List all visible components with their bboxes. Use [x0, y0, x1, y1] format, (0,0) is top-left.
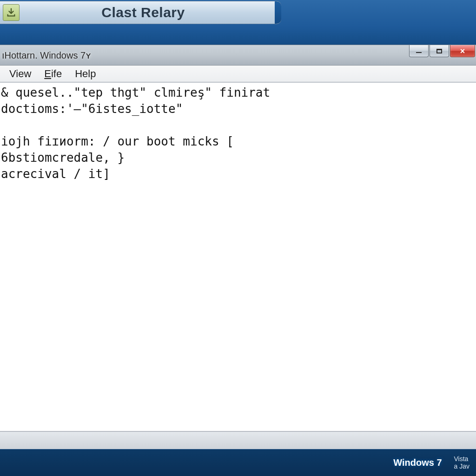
menu-bar: View Eife Help [0, 66, 476, 82]
download-icon [3, 4, 20, 21]
maximize-button[interactable] [430, 45, 449, 57]
tray-line2: a Jav [454, 463, 469, 470]
window-titlebar[interactable]: ıHottarn. Windows 7ʏ × [0, 45, 476, 66]
menu-view[interactable]: View [3, 67, 38, 81]
editor-viewport[interactable]: & quesel.."tep thgt" clmireş" finirat do… [0, 82, 476, 431]
window-statusbar [0, 431, 476, 449]
tab-title: Clast Relary [20, 5, 281, 20]
browser-tab[interactable]: Clast Relary [0, 1, 281, 24]
editor-content[interactable]: & quesel.."tep thgt" clmireş" finirat do… [0, 83, 476, 185]
minimize-icon [416, 52, 422, 53]
tray-line1: Vista [454, 456, 469, 463]
desktop-taskbar[interactable]: Windows 7 Vista a Jav [0, 449, 476, 476]
app-window: ıHottarn. Windows 7ʏ × View Eife Help & … [0, 45, 476, 449]
tab-cap [275, 1, 281, 24]
window-controls: × [409, 45, 475, 57]
minimize-button[interactable] [409, 45, 429, 57]
window-title: ıHottarn. Windows 7ʏ [0, 50, 91, 61]
menu-eife-rest: ife [51, 68, 62, 79]
system-tray[interactable]: Vista a Jav [454, 456, 469, 470]
os-label: Windows 7 [393, 457, 442, 468]
maximize-icon [436, 49, 442, 53]
menu-eife-underline: E [44, 68, 51, 79]
menu-eife[interactable]: Eife [38, 67, 68, 81]
menu-help[interactable]: Help [68, 67, 102, 81]
browser-header: Clast Relary [0, 0, 476, 45]
close-icon: × [460, 47, 465, 55]
close-button[interactable]: × [450, 45, 475, 57]
